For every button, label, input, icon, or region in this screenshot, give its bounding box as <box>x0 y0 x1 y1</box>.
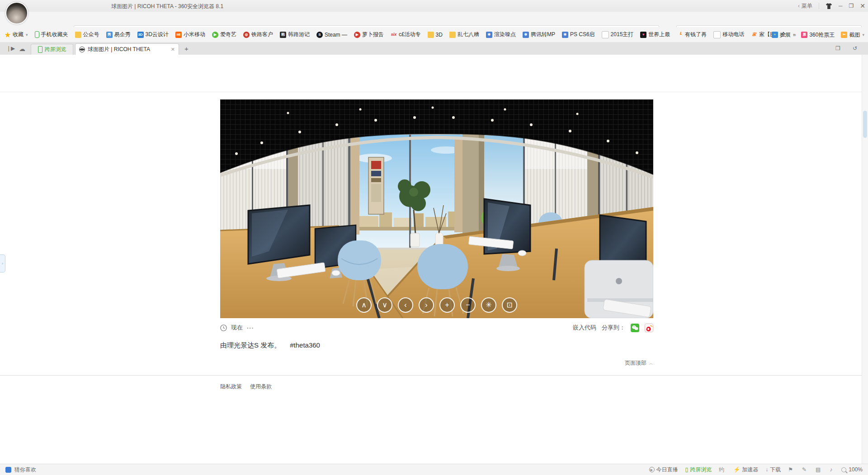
caret-down-icon: ▾ <box>793 33 795 37</box>
weibo-share-icon[interactable] <box>645 324 653 332</box>
recommend-label[interactable]: 猜你喜欢 <box>14 466 36 474</box>
bookmark-item[interactable]: ♥ 世界上最 <box>640 31 670 38</box>
zoom-control[interactable]: 100% <box>841 466 863 473</box>
tilt-down-button[interactable]: ∨ <box>377 297 392 313</box>
fullscreen-button[interactable]: ⊡ <box>502 297 517 313</box>
tab-close-icon[interactable]: ✕ <box>171 47 175 52</box>
bookmark-label: 爱奇艺 <box>220 31 236 38</box>
status-yue[interactable]: 约 <box>719 467 726 472</box>
back-to-top-link[interactable]: 页面顶部 ︿ <box>625 359 653 367</box>
bookmark-item[interactable]: 2015主打 <box>602 31 634 38</box>
wechat-share-icon[interactable] <box>631 324 639 332</box>
bookmarks-bar: ★ 收藏 ▾ 手机收藏夹 公众号 秀 易企秀 <box>0 27 868 42</box>
bookmark-item[interactable]: S Steam — <box>316 32 347 38</box>
status-item-icon: ⚡ <box>733 467 740 472</box>
panorama-image[interactable] <box>220 99 653 318</box>
new-tab-button[interactable]: + <box>184 45 189 52</box>
extensions-button[interactable]: + 扩展 ▾ <box>772 31 795 39</box>
bookmark-item[interactable]: ✻ 渲染噪点 <box>486 31 516 38</box>
bookmark-item[interactable]: ✻ 腾讯转MP <box>523 31 555 38</box>
screenshot-button[interactable]: ✂ 截图 ▾ <box>841 31 864 39</box>
bookmark-icon: 韩 <box>280 32 286 38</box>
footer-privacy-policy[interactable]: 隐私政策 <box>220 383 242 390</box>
status-item-label: 跨屏浏览 <box>690 466 712 474</box>
bookmark-item[interactable]: 秀 易企秀 <box>106 31 131 38</box>
title-bar[interactable]: 球面图片 | RICOH THETA - 360安全浏览器 8.1 ‹ 菜单 ─… <box>0 0 868 12</box>
embed-code-link[interactable]: 嵌入代码 <box>573 324 596 332</box>
windows-panel-icon[interactable]: ❐ <box>835 45 840 52</box>
tab-theta-active[interactable]: 球面图片 | RICOH THETA ✕ <box>75 43 179 55</box>
bookmark-item[interactable]: 乱七八糟 <box>449 31 479 38</box>
zoom-out-button[interactable]: − <box>460 297 476 313</box>
bookmark-label: 3D <box>436 32 443 38</box>
skin-button[interactable] <box>826 3 832 9</box>
bookmark-item[interactable]: 韩 韩路游记 <box>280 31 310 38</box>
bookmark-icon: 3D <box>137 32 144 38</box>
pan-right-button[interactable]: › <box>419 297 434 313</box>
close-button[interactable]: ✕ <box>860 2 865 9</box>
scrollbar-thumb[interactable] <box>863 111 867 138</box>
cloud-sync-icon[interactable]: ☁ <box>19 45 25 52</box>
bookmark-item[interactable]: 3D <box>428 32 443 38</box>
footer-terms-of-use[interactable]: 使用条款 <box>250 383 272 390</box>
minimize-button[interactable]: ─ <box>839 3 843 9</box>
bookmark-item[interactable]: ✻ PS CS6启 <box>562 31 595 38</box>
bookmark-item[interactable]: MI 小米移动 <box>175 31 205 38</box>
favorites-button[interactable]: ★ 收藏 ▾ <box>5 31 28 38</box>
sidebar-expand-icon[interactable]: ❘▶ <box>6 45 15 52</box>
pan-left-button[interactable]: ‹ <box>398 297 413 313</box>
status-flag[interactable]: ⚑ <box>788 467 795 472</box>
bookmark-label: 腾讯转MP <box>531 31 555 38</box>
panorama-viewer[interactable]: ∧ ∨ ‹ › + − ✳ ⊡ <box>220 99 653 318</box>
user-avatar[interactable] <box>5 2 28 24</box>
status-cross-screen[interactable]: ▯ 跨屏浏览 <box>685 466 712 474</box>
maximize-button[interactable]: ❐ <box>849 3 854 9</box>
more-options-button[interactable]: ··· <box>247 325 254 331</box>
bookmark-label: 萝卜报告 <box>362 31 384 38</box>
status-download[interactable]: ↓ 下载 <box>765 466 781 474</box>
reopen-tab-icon[interactable]: ↺ <box>853 45 857 52</box>
viewer-controls: ∧ ∨ ‹ › + − ✳ ⊡ <box>356 297 517 313</box>
status-today-live[interactable]: ▶ 今日直播 <box>649 466 678 474</box>
bookmark-item[interactable]: 3D 3D云设计 <box>137 31 169 38</box>
status-sound[interactable]: ♪ <box>830 467 834 472</box>
ticket-icon: 票 <box>801 32 807 38</box>
scissors-icon: ✂ <box>841 32 847 38</box>
bookmark-icon: S <box>316 32 323 38</box>
menu-button[interactable]: ‹ 菜单 <box>798 2 812 10</box>
status-keyboard[interactable]: ▤ <box>816 467 822 472</box>
page-scrollbar[interactable] <box>862 55 868 464</box>
bookmark-label: 小米移动 <box>184 31 205 38</box>
zoom-in-button[interactable]: + <box>439 297 455 313</box>
auto-rotate-button[interactable]: ✳ <box>481 297 496 313</box>
tilt-up-button[interactable]: ∧ <box>356 297 372 313</box>
bookmark-item[interactable]: ▶ 爱奇艺 <box>212 31 236 38</box>
bookmark-icon: ✻ <box>523 32 529 38</box>
bookmark-item[interactable]: ▶ 萝卜报告 <box>354 31 384 38</box>
status-pen[interactable]: ✎ <box>802 467 808 472</box>
bookmark-item[interactable]: six c£活动专 <box>391 31 421 38</box>
bookmark-item[interactable]: ◎ 铁路客户 <box>243 31 273 38</box>
bookmark-icon: 秀 <box>106 32 113 38</box>
bookmark-item[interactable]: 手机收藏夹 <box>35 31 68 38</box>
bookmark-item[interactable]: 移动电话 <box>713 31 744 38</box>
tab-strip: ❘▶ ☁ 跨屏浏览 球面图片 | RICOH THETA ✕ + ❐ ↺ <box>0 42 868 55</box>
photo-caption: 由理光景达S 发布。#theta360 <box>220 341 320 350</box>
bookmark-label: 易企秀 <box>114 31 131 38</box>
bookmark-item[interactable]: 公众号 <box>75 31 99 38</box>
hashtag-link[interactable]: #theta360 <box>290 341 320 349</box>
sidebar-edge-handle[interactable]: › <box>0 254 5 273</box>
bookmark-label: Steam — <box>325 32 347 38</box>
bookmark-label: 渲染噪点 <box>494 31 516 38</box>
status-item-icon: ▤ <box>816 467 821 472</box>
bookmark-item[interactable]: ┗ 有钱了再 <box>677 31 707 38</box>
status-item-icon: ▯ <box>685 467 689 472</box>
tab-cross-screen[interactable]: 跨屏浏览 <box>31 44 73 55</box>
status-accelerator[interactable]: ⚡ 加速器 <box>733 466 758 474</box>
bookmark-label: 3D云设计 <box>146 31 169 38</box>
caret-down-icon: ▾ <box>26 33 28 37</box>
ticket-grabber-button[interactable]: 票 360抢票王 <box>801 31 835 39</box>
photo-meta-bar: 现在 ··· 嵌入代码 分享到： <box>220 322 653 334</box>
bookmark-icon <box>428 32 434 38</box>
caret-down-icon: ▾ <box>862 33 864 37</box>
